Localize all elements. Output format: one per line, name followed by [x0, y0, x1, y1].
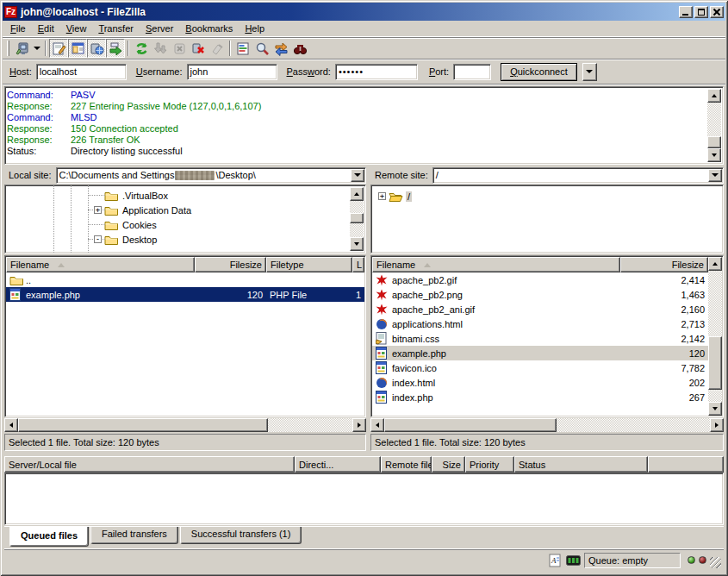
scroll-right-icon[interactable] [710, 418, 724, 432]
menu-help[interactable]: Help [239, 22, 271, 36]
minimize-button[interactable] [679, 6, 693, 18]
reconnect-button[interactable] [208, 39, 227, 58]
remote-file-row[interactable]: index.php 267 [372, 390, 708, 404]
column-header-direction[interactable]: Directi... [295, 456, 381, 473]
column-header-filename[interactable]: Filename [372, 257, 620, 272]
column-header-remote-file[interactable]: Remote file [381, 456, 432, 473]
toggle-message-log-button[interactable] [49, 39, 68, 58]
toggle-remote-tree-button[interactable] [87, 39, 106, 58]
log-line: Command:PASV [7, 90, 707, 101]
quickconnect-dropdown[interactable] [582, 63, 597, 81]
html-file-icon [376, 318, 389, 330]
column-header-lastmodified[interactable]: L [352, 257, 364, 272]
directory-listing-filters-button[interactable] [233, 39, 252, 58]
tab-failed-transfers[interactable]: Failed transfers [90, 527, 178, 544]
toggle-local-tree-button[interactable] [68, 39, 87, 58]
remote-file-row[interactable]: applications.html 2,713 [372, 316, 708, 331]
resize-grip[interactable] [710, 557, 721, 568]
close-button[interactable] [710, 6, 724, 18]
tree-item-application-data[interactable]: + Application Data [5, 203, 350, 217]
host-input[interactable]: localhost [36, 64, 127, 80]
scroll-right-icon[interactable] [352, 418, 366, 432]
remote-file-row[interactable]: bitnami.css 2,142 [372, 331, 708, 346]
refresh-button[interactable] [132, 39, 151, 58]
process-queue-button[interactable] [151, 39, 170, 58]
scroll-thumb[interactable] [707, 136, 721, 148]
tree-item-virtualbox[interactable]: .VirtualBox [5, 188, 350, 203]
speed-limits-icon[interactable] [566, 553, 581, 567]
combo-dropdown[interactable] [708, 169, 722, 182]
column-header-priority[interactable]: Priority [465, 456, 514, 473]
tab-queued-files[interactable]: Queued files [9, 527, 89, 547]
column-header-filename[interactable]: Filename [6, 257, 195, 272]
image-file-icon [376, 274, 389, 286]
folder-icon [104, 234, 118, 245]
scroll-thumb[interactable] [18, 418, 268, 432]
find-files-button[interactable] [290, 39, 309, 58]
local-file-row-up[interactable]: .. [6, 272, 364, 287]
remote-horizontal-scrollbar[interactable] [370, 418, 724, 432]
local-tree-scrollbar[interactable] [350, 187, 364, 251]
scroll-up-icon[interactable] [350, 187, 364, 201]
tree-expander[interactable]: + [378, 192, 386, 200]
directory-comparison-button[interactable] [252, 39, 271, 58]
tree-item-cookies[interactable]: Cookies [5, 217, 350, 232]
maximize-button[interactable] [694, 6, 708, 18]
remote-file-row[interactable]: apache_pb2.png 1,463 [372, 287, 708, 302]
menu-view[interactable]: View [60, 22, 93, 36]
quickconnect-button[interactable]: Quickconnect [501, 63, 577, 81]
password-input[interactable]: •••••• [335, 64, 418, 80]
scroll-down-icon[interactable] [350, 237, 364, 251]
remote-file-row[interactable]: index.html 202 [372, 375, 708, 390]
scroll-left-icon[interactable] [4, 418, 18, 432]
local-path-combo[interactable]: C:\Documents and Settings\Desktop\ [56, 167, 366, 184]
tree-expander[interactable]: - [94, 235, 102, 243]
menu-edit[interactable]: Edit [32, 22, 60, 36]
column-header-server-local-file[interactable]: Server/Local file [4, 456, 295, 473]
username-input[interactable]: john [187, 64, 277, 80]
remote-path-combo[interactable]: / [432, 167, 724, 184]
scroll-up-icon[interactable] [708, 257, 722, 271]
remote-file-row[interactable]: apache_pb2.gif 2,414 [372, 272, 708, 287]
menu-server[interactable]: Server [140, 22, 179, 36]
column-header-status[interactable]: Status [514, 456, 648, 473]
menu-bookmarks[interactable]: Bookmarks [179, 22, 239, 36]
remote-file-row[interactable]: favicon.ico 7,782 [372, 360, 708, 375]
queue-list[interactable] [4, 473, 724, 525]
synchronized-browsing-button[interactable] [271, 39, 290, 58]
tree-expander[interactable]: + [94, 206, 102, 214]
column-header-filesize[interactable]: Filesize [620, 257, 708, 272]
local-horizontal-scrollbar[interactable] [4, 418, 366, 432]
cancel-operation-button[interactable] [170, 39, 189, 58]
scroll-left-icon[interactable] [370, 418, 384, 432]
disconnect-button[interactable] [189, 39, 208, 58]
column-header-filetype[interactable]: Filetype [266, 257, 352, 272]
remote-list-scrollbar[interactable] [708, 257, 722, 416]
remote-file-row[interactable]: apache_pb2_ani.gif 2,160 [372, 302, 708, 316]
php-file-icon [376, 347, 389, 360]
column-header-size[interactable]: Size [432, 456, 465, 473]
tree-item-root[interactable]: + / [371, 189, 721, 203]
local-file-list: Filename Filesize Filetype L .. example.… [4, 255, 366, 417]
tree-item-desktop[interactable]: - Desktop [5, 232, 350, 247]
close-icon [711, 7, 723, 17]
remote-file-row-example-php[interactable]: example.php 120 [372, 346, 708, 360]
scroll-down-icon[interactable] [707, 148, 721, 162]
scroll-thumb[interactable] [350, 213, 364, 223]
log-scrollbar[interactable] [707, 89, 721, 162]
local-file-row-example-php[interactable]: example.php 120 PHP File 1 [6, 287, 364, 302]
menu-file[interactable]: File [4, 22, 32, 36]
site-manager-button[interactable] [12, 39, 31, 58]
scroll-down-icon[interactable] [708, 402, 722, 416]
site-manager-dropdown[interactable] [31, 39, 42, 58]
port-input[interactable] [453, 64, 491, 80]
combo-dropdown[interactable] [351, 169, 364, 182]
scroll-up-icon[interactable] [707, 89, 721, 103]
column-header-filesize[interactable]: Filesize [195, 257, 266, 272]
toggle-transfer-queue-button[interactable] [106, 39, 125, 58]
scroll-thumb[interactable] [384, 418, 557, 432]
menu-transfer[interactable]: Transfer [92, 22, 140, 36]
remote-list-header: Filename Filesize [372, 257, 708, 272]
scroll-thumb[interactable] [708, 336, 722, 390]
tab-successful-transfers[interactable]: Successful transfers (1) [180, 527, 302, 544]
